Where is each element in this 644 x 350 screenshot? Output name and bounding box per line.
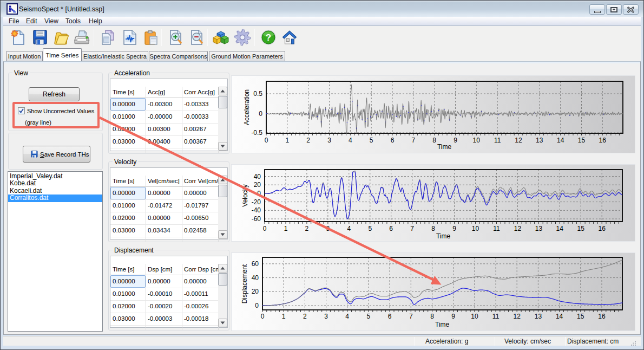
svg-text:12: 12 [514,313,521,320]
svg-text:4: 4 [347,225,351,232]
svg-text:7: 7 [410,225,414,232]
svg-text:Acceleration: Acceleration [243,89,251,125]
svg-text:Time: Time [437,143,452,151]
svg-text:8: 8 [430,313,434,320]
svg-text:60: 60 [252,260,259,268]
svg-text:12: 12 [515,137,522,144]
svg-text:-0.5: -0.5 [251,129,262,137]
svg-text:13: 13 [536,137,543,144]
svg-text:15: 15 [577,313,584,320]
svg-text:?: ? [266,33,271,43]
svg-text:5: 5 [370,137,373,144]
svg-text:15: 15 [577,225,585,232]
svg-text:3: 3 [327,137,331,144]
svg-text:6: 6 [388,313,392,320]
svg-text:13: 13 [535,313,542,320]
svg-text:-60: -60 [252,215,261,223]
svg-text:12: 12 [514,225,522,232]
svg-text:14: 14 [556,225,564,232]
svg-text:9: 9 [451,313,455,320]
svg-text:16: 16 [598,313,606,320]
svg-text:2: 2 [303,313,307,320]
svg-text:3: 3 [326,225,330,232]
svg-text:0: 0 [265,137,268,144]
svg-text:Time: Time [436,232,451,240]
svg-text:15: 15 [578,137,586,144]
svg-text:10: 10 [471,313,478,320]
svg-text:11: 11 [492,313,500,320]
svg-text:11: 11 [494,137,501,144]
svg-text:6: 6 [389,225,393,232]
svg-text:5: 5 [368,225,372,232]
svg-text:40: 40 [252,274,259,282]
svg-text:16: 16 [599,225,606,232]
svg-text:20: 20 [252,288,259,295]
svg-text:Velocity: Velocity [241,184,249,206]
svg-text:1: 1 [285,137,289,144]
svg-text:Displacement: Displacement [241,264,248,303]
svg-text:4: 4 [345,313,349,320]
svg-text:2: 2 [305,225,309,232]
svg-text:5: 5 [367,313,371,320]
svg-text:14: 14 [556,313,563,320]
svg-text:-40: -40 [252,206,261,214]
svg-text:2: 2 [306,137,310,144]
svg-text:3: 3 [324,313,328,320]
svg-text:7: 7 [411,137,415,144]
svg-text:0: 0 [261,313,265,320]
svg-text:11: 11 [493,225,500,232]
svg-text:1: 1 [282,313,286,320]
svg-text:Time: Time [435,321,450,328]
svg-text:4: 4 [349,137,352,144]
svg-text:10: 10 [473,137,481,144]
svg-text:0: 0 [259,110,262,118]
svg-text:9: 9 [452,225,456,232]
svg-text:10: 10 [472,225,479,232]
svg-text:13: 13 [535,225,543,232]
svg-text:1: 1 [284,225,288,232]
svg-text:0: 0 [257,190,261,197]
svg-text:20: 20 [254,181,261,189]
svg-text:9: 9 [454,137,457,144]
svg-text:8: 8 [432,137,436,144]
svg-text:14: 14 [557,137,564,144]
svg-text:8: 8 [431,225,435,232]
svg-text:6: 6 [391,137,395,144]
svg-text:40: 40 [254,173,261,180]
svg-text:0: 0 [255,302,259,309]
svg-text:-20: -20 [252,198,261,206]
svg-text:0: 0 [263,225,267,232]
svg-text:0.5: 0.5 [253,90,262,98]
svg-text:7: 7 [409,313,413,320]
svg-text:16: 16 [599,137,607,144]
